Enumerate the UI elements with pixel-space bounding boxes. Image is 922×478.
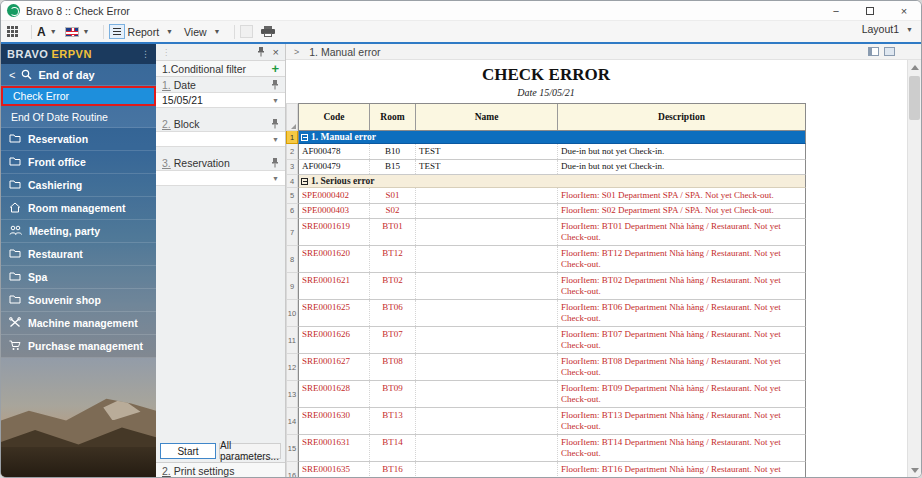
table-row[interactable]: 5SPE0000402S01FloorItem: S01 Department …: [286, 188, 806, 204]
maximize-button[interactable]: [853, 1, 887, 20]
table-row[interactable]: 10SRE0001625BT06FloorItem: BT06 Departme…: [286, 300, 806, 327]
menu-toggle-button[interactable]: [109, 24, 125, 39]
collapse-icon[interactable]: [301, 134, 308, 141]
report-menu[interactable]: Report▼: [125, 24, 173, 40]
paste-button[interactable]: [240, 25, 253, 38]
scroll-down-icon[interactable]: [911, 468, 919, 473]
row-number[interactable]: 12: [286, 354, 298, 381]
table-row[interactable]: 11. Manual error: [286, 131, 806, 144]
row-number[interactable]: 3: [286, 160, 298, 176]
start-button[interactable]: Start: [160, 443, 216, 459]
sidebar-section-end-of-day[interactable]: < End of day: [1, 64, 156, 86]
cell-name: [416, 204, 558, 219]
sidebar-item-spa[interactable]: Spa: [1, 266, 156, 289]
table-row[interactable]: 3AF000479B15TESTDue-in but not yet Check…: [286, 160, 806, 176]
filter-input-block[interactable]: ▼: [156, 131, 285, 147]
cell-code: SRE0001625: [299, 300, 370, 326]
close-button[interactable]: ×: [887, 1, 921, 20]
table-row[interactable]: 2AF000478B10TESTDue-in but not yet Check…: [286, 144, 806, 160]
row-number[interactable]: 16: [286, 462, 298, 478]
chevron-down-icon[interactable]: ▼: [272, 136, 279, 143]
group-row-cream[interactable]: 1. Serious error: [298, 175, 806, 188]
drag-dots-icon[interactable]: ⋮: [162, 48, 170, 57]
layout-dropdown[interactable]: Layout1▼: [862, 23, 913, 35]
table-row[interactable]: 14SRE0001630BT13FloorItem: BT13 Departme…: [286, 408, 806, 435]
chevron-down-icon[interactable]: ▼: [272, 175, 279, 182]
sidebar-item-reservation[interactable]: Reservation: [1, 128, 156, 151]
pin-icon[interactable]: [271, 80, 279, 90]
print-settings-section[interactable]: 2.Print settings: [156, 462, 285, 478]
cell-room: BT08: [370, 354, 416, 380]
scroll-thumb[interactable]: [909, 76, 920, 120]
more-dots-icon[interactable]: ⋮: [141, 49, 150, 59]
folder-icon: [9, 156, 21, 168]
all-parameters-button[interactable]: All parameters...: [219, 443, 281, 459]
pin-icon[interactable]: [257, 47, 265, 57]
row-number[interactable]: 2: [286, 144, 298, 160]
view-menu[interactable]: View▼: [181, 24, 221, 40]
row-number[interactable]: 9: [286, 273, 298, 300]
row-number[interactable]: 1: [286, 131, 298, 144]
row-number[interactable]: 15: [286, 435, 298, 462]
add-filter-icon[interactable]: +: [271, 61, 279, 76]
sidebar-item-end-of-date-routine[interactable]: End Of Date Routine: [1, 106, 156, 128]
filter-input-reservation[interactable]: ▼: [156, 170, 285, 186]
row-number[interactable]: 14: [286, 408, 298, 435]
scroll-up-icon[interactable]: [911, 65, 919, 70]
cell-room: S02: [370, 204, 416, 219]
row-number[interactable]: 4: [286, 175, 298, 188]
print-button[interactable]: [261, 26, 275, 37]
sidebar-item-machine-management[interactable]: Machine management: [1, 312, 156, 335]
sidebar-item-meeting-party[interactable]: Meeting, party: [1, 220, 156, 243]
filter-input-date[interactable]: 15/05/21▼: [156, 92, 285, 108]
cell-name: [416, 300, 558, 326]
cell-description: FloorItem: BT16 Department Nhà hàng / Re…: [558, 462, 805, 478]
page-layout-icon[interactable]: [868, 47, 879, 56]
conditional-filter-header[interactable]: 1.Conditional filter +: [156, 60, 285, 77]
language-dropdown[interactable]: ▼: [65, 27, 90, 37]
cell-name: [416, 188, 558, 203]
row-number[interactable]: 7: [286, 219, 298, 246]
sidebar-item-room-management[interactable]: Room management: [1, 197, 156, 220]
table-row[interactable]: 12SRE0001627BT08FloorItem: BT08 Departme…: [286, 354, 806, 381]
chevron-down-icon[interactable]: ▼: [272, 97, 279, 104]
table-row[interactable]: 8SRE0001620BT12FloorItem: BT12 Departmen…: [286, 246, 806, 273]
sidebar-item-check-error[interactable]: Check Error: [1, 86, 156, 106]
row-number[interactable]: 6: [286, 204, 298, 220]
row-number[interactable]: 8: [286, 246, 298, 273]
pin-icon[interactable]: [271, 158, 279, 168]
row-number[interactable]: 11: [286, 327, 298, 354]
page-view-icon[interactable]: [884, 47, 895, 56]
group-row-blue[interactable]: 1. Manual error: [298, 131, 806, 144]
gutter-corner[interactable]: [286, 103, 298, 131]
table-row[interactable]: 16SRE0001635BT16FloorItem: BT16 Departme…: [286, 462, 806, 478]
table-row[interactable]: 7SRE0001619BT01FloorItem: BT01 Departmen…: [286, 219, 806, 246]
sidebar-item-purchase-management[interactable]: Purchase management: [1, 335, 156, 358]
home-icon: [9, 202, 21, 215]
row-number[interactable]: 5: [286, 188, 298, 204]
row-number[interactable]: 13: [286, 381, 298, 408]
table-row[interactable]: 15SRE0001631BT14FloorItem: BT14 Departme…: [286, 435, 806, 462]
font-dropdown[interactable]: A▼: [37, 25, 57, 39]
table-row[interactable]: 6SPE0000403S02FloorItem: S02 Department …: [286, 204, 806, 220]
app-menu-button[interactable]: [7, 26, 18, 37]
table-row[interactable]: 13SRE0001628BT09FloorItem: BT09 Departme…: [286, 381, 806, 408]
vertical-scrollbar[interactable]: [907, 60, 921, 478]
table-row[interactable]: 41. Serious error: [286, 175, 806, 188]
table-row[interactable]: 11SRE0001626BT07FloorItem: BT07 Departme…: [286, 327, 806, 354]
sidebar-item-restaurant[interactable]: Restaurant: [1, 243, 156, 266]
grid-menu-icon: [7, 26, 18, 37]
sidebar-item-souvenir-shop[interactable]: Souvenir shop: [1, 289, 156, 312]
expand-chevron-icon[interactable]: >: [294, 47, 299, 57]
table-row[interactable]: 9SRE0001621BT02FloorItem: BT02 Departmen…: [286, 273, 806, 300]
sidebar-item-front-office[interactable]: Front office: [1, 151, 156, 174]
back-chevron-icon[interactable]: <: [9, 69, 15, 81]
close-panel-icon[interactable]: ×: [273, 46, 279, 58]
cell-description: FloorItem: BT13 Department Nhà hàng / Re…: [558, 408, 805, 434]
report-tab-label[interactable]: 1. Manual error: [309, 46, 380, 58]
pin-icon[interactable]: [271, 119, 279, 129]
sidebar-item-cashiering[interactable]: Cashiering: [1, 174, 156, 197]
minimize-button[interactable]: −: [819, 1, 853, 20]
collapse-icon[interactable]: [301, 178, 308, 185]
row-number[interactable]: 10: [286, 300, 298, 327]
